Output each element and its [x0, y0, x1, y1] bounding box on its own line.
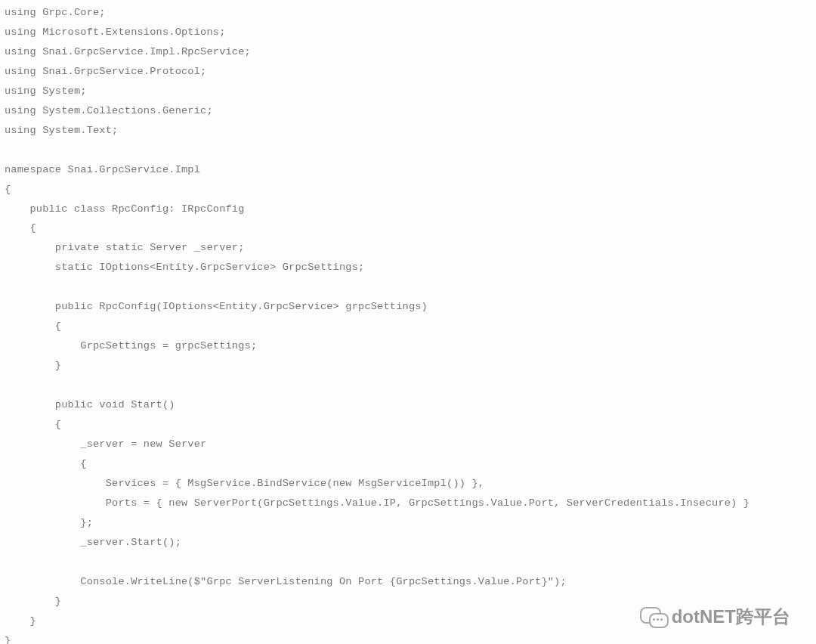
code-block: using Grpc.Core; using Microsoft.Extensi… [0, 0, 816, 644]
